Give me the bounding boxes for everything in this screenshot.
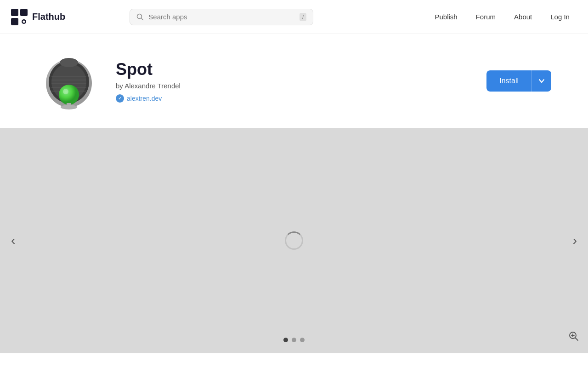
dot-2[interactable] [292, 338, 296, 342]
zoom-in-icon [569, 331, 579, 341]
svg-point-20 [61, 105, 77, 109]
app-title: Spot [116, 60, 486, 79]
svg-rect-2 [11, 18, 18, 25]
install-dropdown-button[interactable] [531, 70, 551, 92]
app-info: Spot by Alexandre Trendel ✓ alextren.dev [116, 60, 486, 103]
search-input[interactable] [148, 13, 295, 21]
verified-domain: alextren.dev [127, 95, 162, 102]
svg-point-17 [59, 85, 79, 105]
search-input-wrapper: / [130, 9, 313, 25]
app-header: Spot by Alexandre Trendel ✓ alextren.dev… [0, 34, 588, 128]
dots-indicator [283, 338, 305, 342]
svg-point-4 [23, 20, 25, 23]
verified-icon: ✓ [116, 94, 124, 103]
nav-publish[interactable]: Publish [428, 9, 465, 24]
svg-point-18 [63, 89, 68, 94]
app-icon [37, 49, 101, 113]
next-arrow-icon: › [573, 233, 577, 248]
nav-forum[interactable]: Forum [469, 9, 503, 24]
nav-login[interactable]: Log In [543, 9, 577, 24]
loading-spinner [285, 231, 303, 250]
svg-line-6 [141, 18, 143, 20]
search-bar: / [130, 9, 313, 25]
logo-icon [11, 9, 28, 25]
chevron-down-icon [538, 78, 545, 84]
svg-rect-1 [20, 9, 28, 16]
header: Flathub / Publish Forum About Log In [0, 0, 588, 34]
prev-arrow-icon: ‹ [11, 233, 15, 248]
svg-line-22 [576, 338, 578, 341]
dot-1[interactable] [283, 338, 288, 342]
search-icon [136, 13, 144, 21]
spinner-ring [285, 231, 303, 250]
zoom-button[interactable] [567, 329, 581, 346]
app-icon-wrapper [37, 49, 101, 113]
screenshots-section: ‹ › [0, 128, 588, 353]
prev-screenshot-button[interactable]: ‹ [7, 230, 19, 252]
search-shortcut: / [300, 13, 306, 21]
logo-label: Flathub [32, 12, 65, 22]
screenshot-area: ‹ › [0, 128, 588, 353]
app-verified-link[interactable]: ✓ alextren.dev [116, 94, 486, 103]
svg-rect-0 [11, 9, 18, 16]
next-screenshot-button[interactable]: › [569, 230, 581, 252]
svg-rect-16 [62, 59, 76, 66]
nav-about[interactable]: About [507, 9, 539, 24]
nav-links: Publish Forum About Log In [428, 9, 577, 24]
install-area: Install [486, 70, 551, 92]
app-author: by Alexandre Trendel [116, 82, 486, 90]
dot-3[interactable] [300, 338, 305, 342]
install-button[interactable]: Install [486, 70, 531, 92]
logo[interactable]: Flathub [11, 9, 65, 25]
